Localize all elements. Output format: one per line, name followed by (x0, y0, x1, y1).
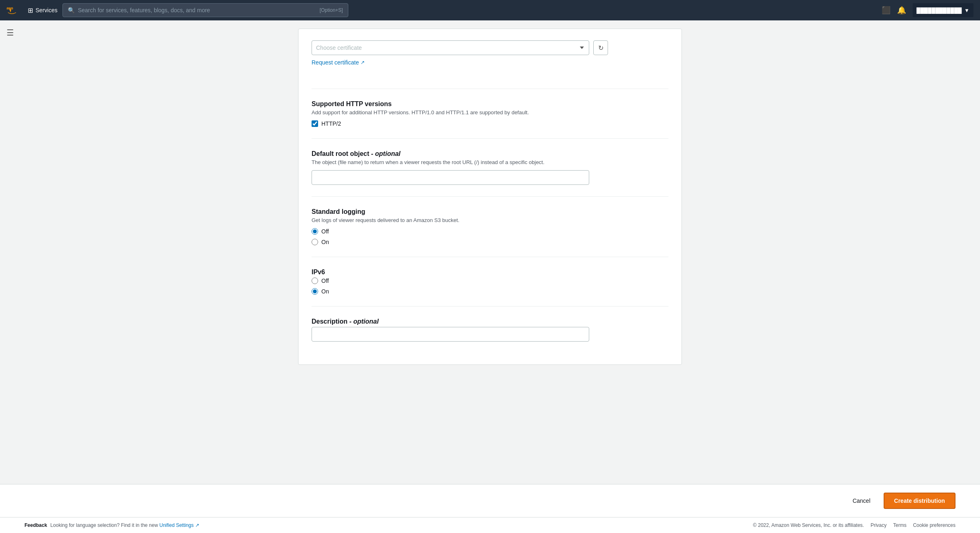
search-shortcut: [Option+S] (320, 7, 343, 13)
standard-logging-desc: Get logs of viewer requests delivered to… (312, 217, 668, 223)
ipv6-radio-group: Off On (312, 278, 668, 295)
refresh-certificate-button[interactable]: ↻ (593, 40, 608, 55)
nav-right: ⬛ 🔔 ████████████ ▼ (882, 3, 973, 17)
default-root-section: Default root object - optional The objec… (312, 150, 668, 185)
divider-4 (312, 257, 668, 257)
account-label: ████████████ (917, 7, 962, 13)
external-link-icon: ↗ (361, 60, 365, 65)
action-bar: Cancel Create distribution (0, 484, 980, 517)
http2-checkbox-row: HTTP/2 (312, 120, 668, 127)
form-panel: Choose certificate ↻ Request certificate… (298, 29, 682, 365)
page-body: ☰ Choose certificate ↻ Request certifica… (0, 20, 980, 517)
ipv6-off-row: Off (312, 278, 668, 284)
ipv6-section: IPv6 Off On (312, 269, 668, 295)
feedback-link[interactable]: Feedback (24, 522, 47, 528)
cancel-button[interactable]: Cancel (846, 494, 877, 507)
notifications-button[interactable]: 🔔 (897, 6, 906, 15)
description-input[interactable] (312, 327, 589, 342)
unified-settings-link[interactable]: Unified Settings ↗ (159, 522, 199, 528)
ipv6-title: IPv6 (312, 269, 668, 276)
services-menu-button[interactable]: ⊞ Services (28, 7, 58, 14)
search-icon: 🔍 (68, 7, 75, 13)
standard-logging-section: Standard logging Get logs of viewer requ… (312, 208, 668, 245)
divider-1 (312, 89, 668, 89)
bell-icon: 🔔 (897, 6, 906, 15)
grid-icon: ⊞ (28, 7, 33, 14)
http-versions-title: Supported HTTP versions (312, 100, 668, 108)
standard-logging-title: Standard logging (312, 208, 668, 215)
logging-off-radio[interactable] (312, 228, 318, 235)
aws-logo[interactable]: aws (7, 4, 23, 16)
footer-right: © 2022, Amazon Web Services, Inc. or its… (753, 522, 956, 528)
http-versions-section: Supported HTTP versions Add support for … (312, 100, 668, 127)
default-root-input[interactable] (312, 170, 589, 185)
http2-label: HTTP/2 (321, 120, 341, 127)
privacy-link[interactable]: Privacy (871, 522, 886, 528)
ipv6-on-label: On (321, 288, 329, 295)
standard-logging-radio-group: Off On (312, 228, 668, 245)
default-root-title: Default root object - optional (312, 150, 668, 158)
logging-on-label: On (321, 239, 329, 245)
inner-content: Choose certificate ↻ Request certificate… (274, 29, 706, 365)
http-versions-desc: Add support for additional HTTP versions… (312, 109, 668, 115)
scroll-area: Choose certificate ↻ Request certificate… (0, 20, 980, 484)
ipv6-off-radio[interactable] (312, 278, 318, 284)
ipv6-on-radio[interactable] (312, 288, 318, 295)
search-bar: 🔍 [Option+S] (62, 3, 348, 17)
description-title: Description - optional (312, 318, 668, 325)
svg-text:aws: aws (7, 6, 13, 10)
search-input[interactable] (78, 7, 316, 13)
logging-on-radio[interactable] (312, 239, 318, 245)
cookie-preferences-link[interactable]: Cookie preferences (913, 522, 956, 528)
cloud-shell-button[interactable]: ⬛ (882, 6, 891, 15)
default-root-desc: The object (file name) to return when a … (312, 159, 668, 165)
cloud-shell-icon: ⬛ (882, 6, 891, 15)
logging-on-row: On (312, 239, 668, 245)
footer: Feedback Looking for language selection?… (0, 517, 980, 533)
footer-copyright: © 2022, Amazon Web Services, Inc. or its… (753, 522, 864, 528)
request-certificate-link[interactable]: Request certificate ↗ (312, 59, 365, 66)
description-section: Description - optional (312, 318, 668, 342)
logging-off-label: Off (321, 228, 329, 235)
certificate-select[interactable]: Choose certificate (312, 40, 589, 55)
ipv6-on-row: On (312, 288, 668, 295)
sidebar-toggle-button[interactable]: ☰ (7, 28, 14, 38)
request-cert-label: Request certificate (312, 59, 359, 66)
services-label: Services (36, 7, 58, 13)
top-navigation: aws ⊞ Services 🔍 [Option+S] ⬛ 🔔 ████████… (0, 0, 980, 20)
chevron-down-icon: ▼ (964, 7, 969, 13)
terms-link[interactable]: Terms (893, 522, 906, 528)
account-menu[interactable]: ████████████ ▼ (913, 3, 973, 17)
certificate-row: Choose certificate ↻ (312, 40, 668, 55)
create-distribution-button[interactable]: Create distribution (884, 493, 956, 509)
http2-checkbox[interactable] (312, 120, 318, 127)
divider-3 (312, 196, 668, 197)
logging-off-row: Off (312, 228, 668, 235)
divider-2 (312, 138, 668, 139)
refresh-icon: ↻ (598, 44, 604, 52)
divider-5 (312, 306, 668, 306)
ipv6-off-label: Off (321, 278, 329, 284)
footer-lang-message: Looking for language selection? Find it … (50, 522, 750, 528)
